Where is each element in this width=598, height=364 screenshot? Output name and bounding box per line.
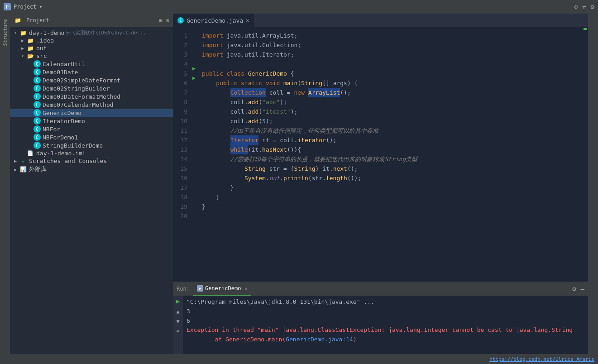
idea-folder-icon: 📁 [26, 38, 34, 44]
idea-label: .idea [36, 37, 54, 44]
sidebar-item-stringbuilderdemo[interactable]: C StringBuilderDemo [10, 141, 173, 149]
bottom-minimize-icon[interactable]: — [581, 285, 584, 292]
console-line-cmd: "C:\Program Files\Java\jdk1.8.0_131\bin\… [187, 297, 584, 307]
status-bar-url[interactable]: https://blog.csdn.net/Ulrica_Amaris [489, 356, 594, 362]
sidebar-item-external-lib[interactable]: ▶ 📊 外部库 [10, 165, 173, 174]
console-line-error: Exception in thread "main" java.lang.Cla… [187, 326, 584, 335]
out-folder-icon: 📁 [26, 45, 34, 52]
sidebar-item-nbfordemo1[interactable]: C NBForDemo1 [10, 133, 173, 141]
bottom-tab-genericdemo[interactable]: ▶ GenericDemo ✕ [193, 282, 251, 296]
sidebar-item-idea[interactable]: ▶ 📁 .idea [10, 37, 173, 44]
genericdemo-label: GenericDemo [43, 110, 81, 116]
sidebar-item-demo07calendarmethod[interactable]: C Demo07CalendarMethod [10, 101, 173, 109]
console-wrap-icon[interactable]: ⇌ [177, 328, 180, 334]
right-gutter [583, 27, 588, 282]
code-content[interactable]: import java.util.ArrayList; import java.… [200, 27, 583, 282]
nbfor-label: NBFor [43, 126, 60, 133]
root-folder-icon: 📁 [19, 30, 27, 36]
code-line-15: String str = (String) it.next(); [202, 164, 583, 173]
sidebar-header: 📁 Project ⊞ ⚙ [10, 14, 173, 27]
run-arrow-line5[interactable]: ▶ [192, 65, 196, 72]
bottom-tab-close-icon[interactable]: ✕ [244, 286, 248, 292]
right-gutter-mark-green [584, 28, 587, 30]
run-arrow-line6[interactable]: ▶ [192, 75, 196, 81]
sbdemo-label: StringBuilderDemo [43, 142, 103, 149]
sbdemo-java-icon: C [33, 142, 41, 149]
tab-java-icon: C [177, 17, 184, 24]
calendarutil-java-icon: C [33, 60, 41, 67]
demo02sb-java-icon: C [33, 85, 41, 92]
nbfor-java-icon: C [33, 125, 41, 133]
iteratordemo-label: IteratorDemo [43, 118, 85, 125]
code-line-13: while(it.hasNext()){ [202, 145, 583, 154]
title-bar: P Project ▾ ⊕ ⇄ ⚙ [0, 0, 598, 14]
demo07-java-icon: C [33, 101, 41, 108]
structure-tab-label[interactable]: Structure [2, 15, 8, 50]
tree-root-item[interactable]: ▾ 📁 day-1-demo E:\实用软件\IDEA\day-1-de... [10, 29, 173, 37]
code-line-9: coll.add("itcast"); [202, 107, 583, 116]
console-line-stack: at GenericDemo.main(GenericDemo.java:14) [187, 335, 584, 345]
iteratordemo-java-icon: C [33, 117, 41, 125]
bottom-settings-icon[interactable]: ⚙ [572, 285, 576, 292]
code-line-20 [202, 211, 583, 221]
code-line-7: Collection coll = new ArrayList(); [202, 88, 583, 97]
sidebar-item-iml[interactable]: 📄 day-1-demo.iml [10, 149, 173, 157]
title-settings-icon[interactable]: ⚙ [591, 3, 594, 10]
console-scroll-up[interactable]: ▲ [176, 308, 179, 315]
tab-close-icon[interactable]: ✕ [246, 17, 249, 24]
sidebar-item-demo02stringbuilder[interactable]: C Demo02StringBuilder [10, 84, 173, 92]
genericdemo-java-icon: C [33, 109, 41, 116]
sidebar-item-scratches[interactable]: ▶ ✏ Scratches and Consoles [10, 157, 173, 165]
src-arrow: ▾ [19, 53, 26, 58]
title-sync-icon[interactable]: ⇄ [582, 3, 586, 10]
demo02sdf-label: Demo02SimpleDateFormat [43, 77, 120, 84]
code-line-18: } [202, 192, 583, 202]
code-line-12: Iterator it = coll.iterator(); [202, 135, 583, 145]
src-folder-icon: 📂 [26, 53, 34, 59]
external-arrow: ▶ [12, 167, 19, 172]
nbfordemo1-label: NBForDemo1 [43, 134, 78, 141]
sidebar-title: Project [26, 17, 49, 24]
code-line-11: //由于集合没有做任何限定，任何类型都可以给其中存放 [202, 126, 583, 135]
out-arrow: ▶ [19, 46, 26, 51]
code-line-2: import java.util.Collection; [202, 40, 583, 50]
sidebar-tree: ▾ 📁 day-1-demo E:\实用软件\IDEA\day-1-de... … [10, 27, 173, 354]
demo01date-java-icon: C [33, 68, 41, 76]
sidebar-item-genericdemo[interactable]: C GenericDemo [10, 109, 173, 117]
console-run-button[interactable]: ▶ [176, 297, 180, 305]
console-output[interactable]: "C:\Program Files\Java\jdk1.8.0_131\bin\… [183, 296, 588, 354]
external-lib-icon: 📊 [19, 166, 27, 172]
sidebar-folder-icon: 📁 [14, 17, 22, 24]
editor-tab-genericdemo[interactable]: C GenericDemo.java ✕ [173, 14, 254, 27]
sidebar-item-demo01date[interactable]: C Demo01Date [10, 68, 173, 76]
tab-label: GenericDemo.java [187, 17, 243, 24]
console-scroll-down[interactable]: ▼ [176, 318, 179, 325]
scratches-label: Scratches and Consoles [29, 158, 107, 164]
scratches-arrow: ▶ [12, 158, 19, 163]
left-vertical-tab: Structure [0, 14, 10, 354]
demo01date-label: Demo01Date [43, 69, 78, 76]
console-error-link[interactable]: GenericDemo.java:14 [286, 336, 353, 343]
demo07-label: Demo07CalendarMethod [43, 101, 114, 108]
sidebar-collapse-icon[interactable]: ⊞ [159, 17, 163, 24]
bottom-panel: Run: ▶ GenericDemo ✕ ⚙ — ▶ ▲ ▼ ⇌ [173, 282, 588, 354]
sidebar-item-src[interactable]: ▾ 📂 src [10, 52, 173, 60]
sidebar-item-demo02simpledateformat[interactable]: C Demo02SimpleDateFormat [10, 76, 173, 84]
code-line-17: } [202, 183, 583, 192]
code-line-14: //需要打印每个字符串的长度，就要把迭代出来的对象转成String类型 [202, 154, 583, 164]
title-add-icon[interactable]: ⊕ [574, 3, 578, 10]
status-bar: https://blog.csdn.net/Ulrica_Amaris [0, 354, 598, 364]
calendarutil-label: CalendarUtil [43, 61, 85, 67]
sidebar-item-out[interactable]: ▶ 📁 out [10, 44, 173, 52]
sidebar-item-demo03dateformatmethod[interactable]: C Demo03DateFormatMethod [10, 92, 173, 101]
code-line-4 [202, 59, 583, 69]
code-line-10: coll.add(5); [202, 116, 583, 126]
sidebar-item-calendarutil[interactable]: C CalendarUtil [10, 60, 173, 68]
sidebar-item-nbfor[interactable]: C NBFor [10, 125, 173, 133]
sidebar-item-iteratordemo[interactable]: C IteratorDemo [10, 117, 173, 125]
bottom-left-bar: ▶ ▲ ▼ ⇌ [173, 296, 183, 354]
iml-icon: 📄 [26, 150, 34, 157]
root-label: day-1-demo [29, 29, 64, 36]
code-line-8: coll.add("abc"); [202, 97, 583, 107]
sidebar-settings-icon[interactable]: ⚙ [166, 17, 169, 24]
